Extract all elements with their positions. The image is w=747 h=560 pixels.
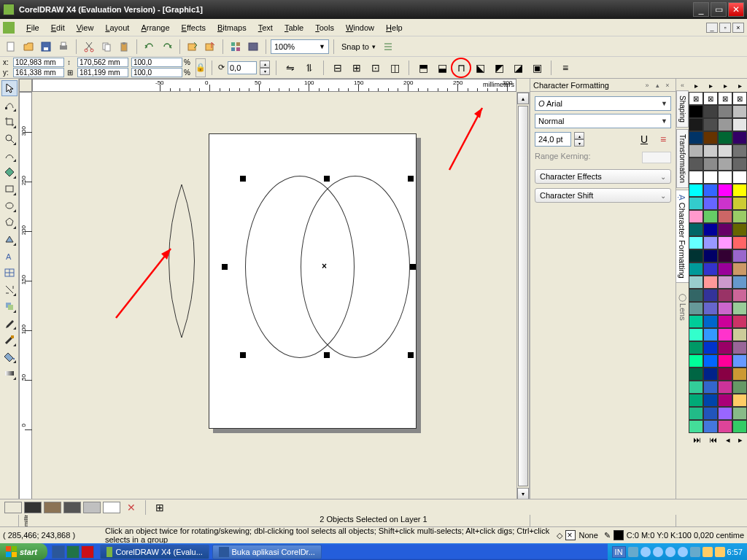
- color-swatch[interactable]: [718, 105, 732, 118]
- sy-input[interactable]: [131, 68, 182, 77]
- character-formatting-tab[interactable]: Ạ Character Formatting: [676, 190, 689, 284]
- color-swatch[interactable]: [718, 328, 732, 341]
- color-swatch[interactable]: [732, 118, 747, 131]
- menu-table[interactable]: Table: [279, 22, 309, 34]
- tray-icon-8[interactable]: [715, 547, 725, 557]
- color-swatch[interactable]: [703, 105, 718, 118]
- color-swatch[interactable]: [703, 302, 718, 315]
- color-swatch[interactable]: [732, 381, 747, 394]
- color-swatch[interactable]: [689, 420, 703, 433]
- doc-minimize-button[interactable]: _: [706, 23, 718, 33]
- minimize-button[interactable]: _: [693, 2, 709, 17]
- options-button[interactable]: [380, 39, 396, 55]
- intersect-button[interactable]: ⊓: [453, 60, 469, 76]
- palette-up-2[interactable]: ▸: [709, 82, 713, 90]
- color-swatch[interactable]: [689, 407, 703, 420]
- color-swatch[interactable]: [689, 184, 703, 197]
- fill-indicator[interactable]: ◇×None: [557, 530, 597, 540]
- ellipse-tool[interactable]: [1, 198, 18, 214]
- simplify-button[interactable]: ⬕: [472, 60, 488, 76]
- recent-swatch[interactable]: [103, 502, 120, 513]
- align-button[interactable]: ≡: [557, 60, 573, 76]
- new-button[interactable]: [3, 39, 19, 55]
- doc-close-button[interactable]: ×: [732, 23, 744, 33]
- underline-button[interactable]: U: [636, 131, 652, 147]
- table-tool[interactable]: [1, 265, 18, 281]
- polygon-tool[interactable]: [1, 214, 18, 230]
- color-swatch[interactable]: [703, 158, 718, 171]
- docker-close-button[interactable]: ×: [662, 80, 673, 90]
- dimension-tool[interactable]: [1, 281, 18, 298]
- palette-dn-1[interactable]: ⏭: [693, 435, 701, 444]
- snap-dropdown[interactable]: Snap to▾: [338, 42, 379, 51]
- color-swatch[interactable]: [703, 420, 718, 433]
- interactive-tool[interactable]: [1, 298, 18, 314]
- ellipse-right[interactable]: [301, 176, 410, 358]
- color-swatch[interactable]: [718, 368, 732, 381]
- color-swatch[interactable]: [718, 223, 732, 236]
- color-swatch[interactable]: [689, 262, 703, 276]
- combine-button[interactable]: ◫: [387, 60, 403, 76]
- color-swatch[interactable]: [718, 144, 732, 158]
- mirror-v-button[interactable]: ⥮: [301, 60, 317, 76]
- front-minus-back-button[interactable]: ◩: [491, 60, 507, 76]
- color-swatch[interactable]: [689, 144, 703, 158]
- color-swatch[interactable]: [718, 381, 732, 394]
- color-swatch[interactable]: [703, 131, 718, 144]
- color-swatch[interactable]: [718, 302, 732, 315]
- basic-shapes-tool[interactable]: [1, 231, 18, 247]
- color-swatch[interactable]: [689, 289, 703, 302]
- menu-edit[interactable]: Edit: [45, 22, 71, 34]
- color-swatch[interactable]: [689, 302, 703, 315]
- menu-view[interactable]: View: [71, 22, 100, 34]
- color-swatch[interactable]: [689, 105, 703, 118]
- color-swatch[interactable]: [732, 262, 747, 276]
- color-swatch[interactable]: [732, 341, 747, 354]
- color-swatch[interactable]: [718, 184, 732, 197]
- list-button[interactable]: ≡: [655, 131, 671, 147]
- color-swatch[interactable]: [718, 249, 732, 262]
- color-swatch[interactable]: [732, 144, 747, 158]
- color-swatch[interactable]: [689, 131, 703, 144]
- tray-icon-6[interactable]: [690, 547, 700, 557]
- tray-icon-4[interactable]: [665, 547, 676, 557]
- color-swatch[interactable]: [703, 341, 718, 354]
- welcome-button[interactable]: [245, 39, 261, 55]
- swatch-add-button[interactable]: ⊞: [152, 499, 168, 516]
- save-button[interactable]: [38, 39, 54, 55]
- color-swatch[interactable]: [703, 368, 718, 381]
- color-swatch[interactable]: [732, 210, 747, 223]
- color-swatch[interactable]: [718, 315, 732, 328]
- color-swatch[interactable]: [703, 118, 718, 131]
- color-swatch[interactable]: [718, 118, 732, 131]
- tray-icon-3[interactable]: [653, 547, 663, 557]
- color-swatch[interactable]: [732, 236, 747, 249]
- rotation-spinner[interactable]: ▴▾: [260, 61, 270, 75]
- color-swatch[interactable]: [718, 341, 732, 354]
- color-swatch[interactable]: [732, 315, 747, 328]
- color-swatch[interactable]: [718, 158, 732, 171]
- color-swatch[interactable]: [732, 105, 747, 118]
- color-swatch[interactable]: [689, 171, 703, 184]
- color-swatch[interactable]: [703, 262, 718, 276]
- rotation-input[interactable]: [228, 61, 257, 74]
- palette-up-4[interactable]: ▸: [738, 82, 742, 90]
- tray-icon-2[interactable]: [640, 547, 651, 557]
- ungroup-all-button[interactable]: ⊡: [368, 60, 384, 76]
- color-swatch[interactable]: [703, 289, 718, 302]
- color-swatch[interactable]: [703, 315, 718, 328]
- font-select[interactable]: O Arial▼: [535, 96, 671, 111]
- color-swatch[interactable]: [689, 381, 703, 394]
- color-swatch[interactable]: [732, 302, 747, 315]
- color-swatch[interactable]: [732, 197, 747, 210]
- vertical-scrollbar[interactable]: ▴ ▾: [516, 92, 530, 500]
- color-swatch[interactable]: [703, 171, 718, 184]
- transformation-tab[interactable]: Transformation: [676, 129, 689, 188]
- ruler-origin[interactable]: [19, 79, 32, 92]
- handle-bc[interactable]: [324, 352, 330, 358]
- color-swatch[interactable]: [718, 131, 732, 144]
- recent-swatch[interactable]: [83, 502, 101, 513]
- color-swatch[interactable]: [732, 368, 747, 381]
- interactive-fill-tool[interactable]: [1, 365, 18, 381]
- redo-button[interactable]: [159, 39, 175, 55]
